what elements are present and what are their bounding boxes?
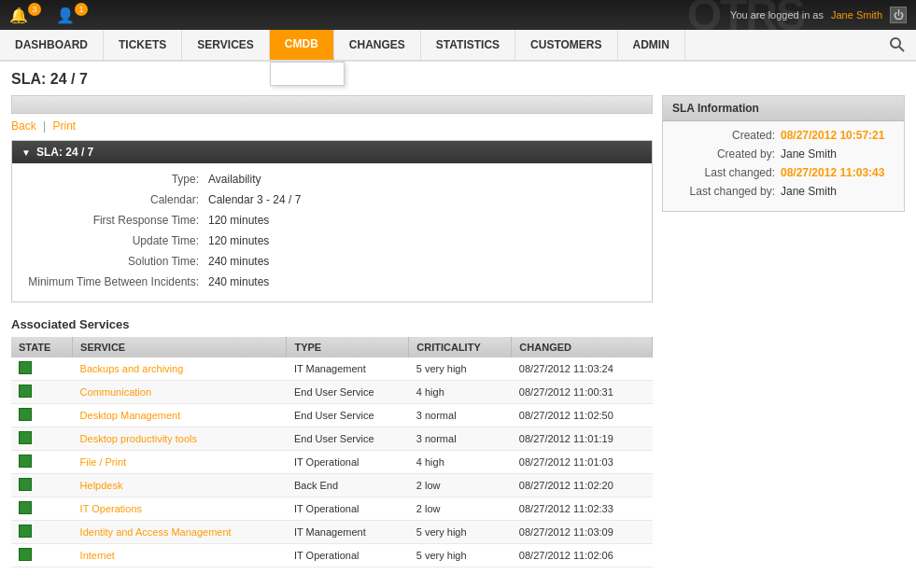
services-col-header: SERVICE: [73, 337, 287, 357]
services-table: STATESERVICETYPECRITICALITYCHANGED Backu…: [11, 337, 653, 567]
nav-services[interactable]: SERVICES: [182, 30, 269, 60]
service-cell: File / Print: [73, 451, 287, 474]
changed-cell: 08/27/2012 11:00:31: [512, 381, 653, 404]
sla-field-value: 120 minutes: [208, 214, 269, 227]
sla-field-row: Solution Time: 240 minutes: [12, 253, 652, 270]
service-link[interactable]: IT Operations: [80, 503, 142, 514]
logout-button[interactable]: ⏻: [890, 7, 907, 23]
sla-field-value: 120 minutes: [208, 234, 269, 247]
state-indicator: [19, 385, 32, 398]
main-layout: Back | Print ▼ SLA: 24 / 7 Type: Availab…: [11, 95, 905, 567]
service-link[interactable]: Desktop productivity tools: [80, 433, 197, 444]
services-table-header-row: STATESERVICETYPECRITICALITYCHANGED: [11, 337, 653, 357]
state-indicator: [19, 455, 32, 468]
service-link[interactable]: Backups and archiving: [80, 363, 184, 374]
sla-field-label: Update Time:: [21, 234, 208, 247]
info-panel-title: SLA Information: [663, 96, 904, 121]
users-icon[interactable]: 👤 1: [56, 7, 92, 24]
state-cell: [11, 521, 73, 544]
type-cell: IT Operational: [287, 497, 409, 521]
services-col-header: STATE: [11, 337, 73, 357]
service-cell: Desktop productivity tools: [73, 427, 287, 451]
service-link[interactable]: File / Print: [80, 456, 127, 468]
criticality-cell: 4 high: [409, 381, 512, 404]
sla-field-row: Update Time: 120 minutes: [12, 232, 652, 249]
changed-cell: 08/27/2012 11:02:20: [512, 474, 653, 497]
services-col-header: TYPE: [287, 337, 409, 357]
service-link[interactable]: Communication: [80, 386, 151, 398]
sla-box-header[interactable]: ▼ SLA: 24 / 7: [12, 141, 652, 163]
table-row: IT Operations IT Operational 2 low 08/27…: [11, 497, 653, 521]
nav-statistics[interactable]: STATISTICS: [421, 30, 515, 60]
info-panel-row: Created by: Jane Smith: [672, 147, 895, 161]
service-link[interactable]: Internet: [80, 550, 115, 561]
sla-field-label: Type:: [21, 173, 208, 186]
criticality-cell: 3 normal: [409, 427, 512, 451]
sla-field-label: Solution Time:: [21, 255, 208, 268]
search-button[interactable]: [879, 30, 916, 60]
changed-cell: 08/27/2012 11:03:09: [512, 521, 653, 544]
criticality-cell: 3 normal: [409, 404, 512, 427]
notification-badge: 3: [28, 3, 41, 16]
criticality-cell: 2 low: [409, 497, 512, 521]
criticality-cell: 5 very high: [409, 357, 512, 381]
service-link[interactable]: Identity and Access Management: [80, 526, 232, 538]
services-col-header: CHANGED: [512, 337, 653, 357]
nav-changes[interactable]: CHANGES: [334, 30, 421, 60]
notifications-icon[interactable]: 🔔 3: [9, 7, 45, 24]
service-link[interactable]: Desktop Management: [80, 410, 181, 421]
sla-field-value: 240 minutes: [208, 255, 269, 268]
sla-field-label: First Response Time:: [21, 214, 208, 227]
section-divider: [11, 95, 653, 114]
state-indicator: [19, 501, 32, 514]
topbar-right: You are logged in as Jane Smith ⏻: [730, 7, 907, 23]
table-row: Helpdesk Back End 2 low 08/27/2012 11:02…: [11, 474, 653, 497]
service-link[interactable]: Helpdesk: [80, 480, 123, 491]
state-indicator: [19, 478, 32, 491]
table-row: Identity and Access Management IT Manage…: [11, 521, 653, 544]
topbar: 🔔 3 👤 1 OTRS You are logged in as Jane S…: [0, 0, 916, 30]
side-column: SLA Information Created: 08/27/2012 10:5…: [662, 95, 905, 567]
type-cell: IT Management: [287, 521, 409, 544]
sla-box-body: Type: Availability Calendar: Calendar 3 …: [12, 163, 652, 301]
back-link[interactable]: Back: [11, 119, 36, 133]
table-row: Communication End User Service 4 high 08…: [11, 381, 653, 404]
changed-cell: 08/27/2012 11:03:24: [512, 357, 653, 381]
type-cell: Back End: [287, 474, 409, 497]
info-key: Created by:: [672, 147, 775, 161]
changed-cell: 08/27/2012 11:02:33: [512, 497, 653, 521]
type-cell: IT Operational: [287, 451, 409, 474]
service-cell: Identity and Access Management: [73, 521, 287, 544]
state-indicator: [19, 548, 32, 561]
state-cell: [11, 451, 73, 474]
state-cell: [11, 474, 73, 497]
collapse-arrow: ▼: [21, 147, 31, 158]
navbar: DASHBOARD TICKETS SERVICES CMDB CMDB CHA…: [0, 30, 916, 62]
nav-admin[interactable]: ADMIN: [618, 30, 685, 60]
state-indicator: [19, 525, 32, 538]
changed-cell: 08/27/2012 11:02:50: [512, 404, 653, 427]
cmdb-dropdown[interactable]: CMDB: [270, 62, 345, 86]
username: Jane Smith: [831, 9, 882, 21]
state-cell: [11, 544, 73, 567]
info-key: Last changed:: [672, 166, 775, 179]
info-value: 08/27/2012 10:57:21: [775, 129, 895, 142]
page-title: SLA: 24 / 7: [11, 71, 905, 88]
sla-field-row: Minimum Time Between Incidents: 240 minu…: [12, 273, 652, 290]
changed-cell: 08/27/2012 11:02:06: [512, 544, 653, 567]
state-cell: [11, 404, 73, 427]
nav-customers[interactable]: CUSTOMERS: [515, 30, 617, 60]
cmdb-dropdown-item[interactable]: CMDB: [271, 63, 344, 85]
print-link[interactable]: Print: [53, 119, 77, 133]
type-cell: End User Service: [287, 404, 409, 427]
nav-dashboard[interactable]: DASHBOARD: [0, 30, 104, 60]
nav-cmdb[interactable]: CMDB CMDB: [270, 30, 334, 60]
table-row: Desktop productivity tools End User Serv…: [11, 427, 653, 451]
nav-tickets[interactable]: TICKETS: [104, 30, 182, 60]
info-panel-row: Last changed: 08/27/2012 11:03:43: [672, 166, 895, 179]
sla-field-value: Availability: [208, 173, 261, 186]
sla-detail-box: ▼ SLA: 24 / 7 Type: Availability Calenda…: [11, 140, 653, 302]
info-key: Last changed by:: [672, 185, 775, 198]
sep: |: [43, 119, 46, 133]
table-row: Internet IT Operational 5 very high 08/2…: [11, 544, 653, 567]
